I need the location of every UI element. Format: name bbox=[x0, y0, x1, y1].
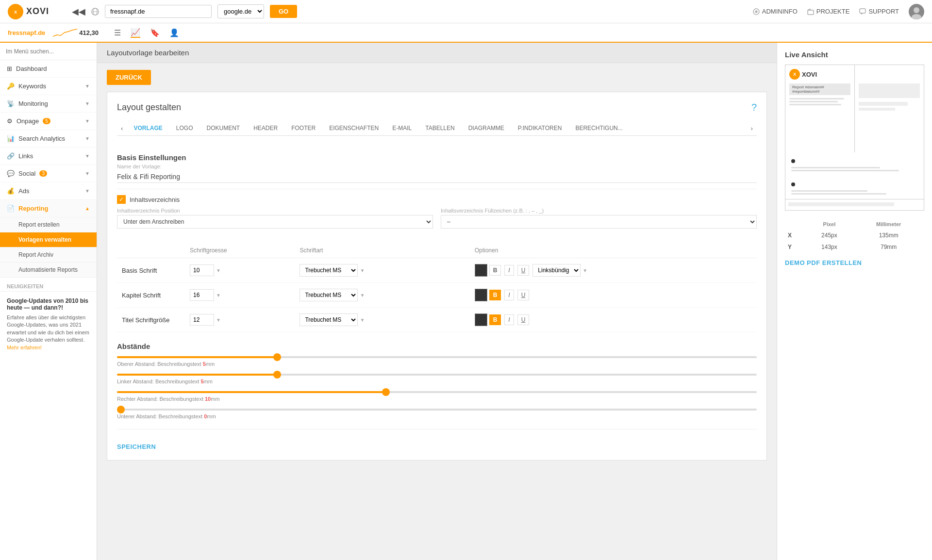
bold-btn-2[interactable]: B bbox=[489, 314, 501, 325]
underline-btn-1[interactable]: U bbox=[517, 290, 530, 300]
tabs-scroll-left[interactable]: ‹ bbox=[117, 123, 127, 134]
size-input-1[interactable] bbox=[190, 289, 214, 301]
family-arrow-0[interactable]: ▼ bbox=[360, 268, 365, 273]
dashboard-icon: ⊞ bbox=[7, 65, 12, 72]
sidebar-item-reporting[interactable]: 📄 Reporting ▲ bbox=[0, 200, 97, 217]
tab-vorlage[interactable]: VORLAGE bbox=[127, 121, 169, 135]
live-preview-logo-icon: X bbox=[789, 69, 800, 80]
sidebar-item-keywords[interactable]: 🔑 Keywords ▼ bbox=[0, 78, 97, 95]
save-button[interactable]: SPEICHERN bbox=[117, 443, 156, 450]
sidebar-sub-report-erstellen[interactable]: Report erstellen bbox=[0, 217, 97, 232]
sidebar-item-ads[interactable]: 💰 Ads ▼ bbox=[0, 182, 97, 200]
tab-tabellen[interactable]: TABELLEN bbox=[418, 121, 461, 135]
bold-btn-0[interactable]: B bbox=[489, 265, 501, 276]
collapse-button[interactable]: ◀◀ bbox=[72, 6, 85, 17]
family-select-0[interactable]: Trebuchet MS bbox=[300, 264, 358, 277]
color-swatch-2[interactable] bbox=[475, 313, 487, 326]
font-table: Schriftgroesse Schriftart Optionen Basis… bbox=[117, 243, 757, 332]
toc-options-row: Inhaltsverzeichnis Position Unter dem An… bbox=[117, 208, 757, 229]
support-link[interactable]: SUPPORT bbox=[859, 8, 899, 15]
page-header: Layoutvorlage bearbeiten bbox=[97, 43, 777, 63]
slider-track-unten bbox=[117, 409, 757, 411]
tab-eigenschaften[interactable]: EIGENSCHAFTEN bbox=[322, 121, 385, 135]
news-link[interactable]: Mehr erfahren! bbox=[7, 345, 42, 350]
users-icon-button[interactable]: 👤 bbox=[169, 28, 179, 38]
domain-input[interactable] bbox=[105, 5, 212, 18]
toc-fill-select[interactable]: – bbox=[441, 215, 757, 229]
back-button[interactable]: ZURÜCK bbox=[107, 70, 151, 85]
user-avatar[interactable] bbox=[909, 4, 924, 19]
family-arrow-1[interactable]: ▼ bbox=[360, 293, 365, 298]
row-size-1: ▼ bbox=[185, 283, 295, 308]
slider-thumb-links[interactable] bbox=[273, 371, 281, 379]
align-select-0[interactable]: Linksbündig bbox=[533, 264, 581, 277]
col-optionen: Optionen bbox=[470, 243, 757, 258]
sidebar-item-social[interactable]: 💬 Social 3 ▼ bbox=[0, 165, 97, 182]
size-arrow-1[interactable]: ▼ bbox=[216, 293, 221, 298]
live-preview-report-text: Report #domain## #reportdatum## bbox=[789, 83, 850, 95]
news-headline: Google-Updates von 2010 bis heute — und … bbox=[7, 297, 90, 311]
go-button[interactable]: GO bbox=[270, 5, 297, 18]
slider-thumb-oben[interactable] bbox=[273, 353, 281, 361]
italic-btn-2[interactable]: I bbox=[504, 314, 514, 325]
color-swatch-1[interactable] bbox=[475, 289, 487, 301]
tab-footer[interactable]: FOOTER bbox=[284, 121, 322, 135]
underline-btn-2[interactable]: U bbox=[517, 314, 530, 325]
svg-point-6 bbox=[755, 10, 757, 13]
bookmark-icon-button[interactable]: 🔖 bbox=[150, 28, 160, 38]
tab-pindikatoren[interactable]: P.INDIKATOREN bbox=[511, 121, 569, 135]
italic-btn-1[interactable]: I bbox=[504, 290, 514, 300]
news-text: Erfahre alles über die wichtigsten Googl… bbox=[7, 314, 90, 351]
family-select-2[interactable]: Trebuchet MS bbox=[300, 313, 358, 326]
vorlage-name-input[interactable] bbox=[117, 171, 757, 183]
live-preview-bullet-row-1 bbox=[785, 152, 924, 176]
tab-header[interactable]: HEADER bbox=[247, 121, 284, 135]
sidebar-search-input[interactable] bbox=[6, 48, 91, 55]
slider-thumb-rechts[interactable] bbox=[382, 388, 390, 396]
family-arrow-2[interactable]: ▼ bbox=[360, 317, 365, 323]
help-icon[interactable]: ? bbox=[751, 102, 757, 113]
search-analytics-arrow: ▼ bbox=[85, 136, 90, 141]
size-arrow-2[interactable]: ▼ bbox=[216, 317, 221, 323]
sidebar-sub-automatisierte-reports[interactable]: Automatisierte Reports bbox=[0, 263, 97, 278]
toc-checkbox[interactable]: ✓ bbox=[117, 195, 126, 204]
tab-diagramme[interactable]: DIAGRAMME bbox=[462, 121, 511, 135]
topbar: X XOVI ◀◀ google.de GO ADMININFO PROJEKT… bbox=[0, 0, 932, 23]
sidebar-item-monitoring[interactable]: 📡 Monitoring ▼ bbox=[0, 95, 97, 113]
slider-unten: Unterer Abstand: Beschreibungstext 0mm bbox=[117, 409, 757, 419]
align-arrow-0[interactable]: ▼ bbox=[582, 268, 587, 273]
sidebar-sub-vorlagen-verwalten[interactable]: Vorlagen verwalten bbox=[0, 232, 97, 247]
size-input-0[interactable] bbox=[190, 264, 214, 276]
sidebar-sub-report-archiv[interactable]: Report Archiv bbox=[0, 247, 97, 263]
slider-label-rechts: Rechter Abstand: Beschreibungstext 10mm bbox=[117, 396, 757, 402]
toc-position-select[interactable]: Unter dem Anschreiben bbox=[117, 215, 433, 229]
size-arrow-0[interactable]: ▼ bbox=[216, 268, 221, 273]
row-options-0: B I U Linksbündig ▼ bbox=[470, 258, 757, 283]
underline-btn-0[interactable]: U bbox=[517, 265, 530, 276]
bold-btn-1[interactable]: B bbox=[489, 290, 501, 300]
family-select-1[interactable]: Trebuchet MS bbox=[300, 289, 358, 301]
main-content: Layoutvorlage bearbeiten ZURÜCK Layout g… bbox=[97, 43, 777, 560]
projekte-link[interactable]: PROJEKTE bbox=[807, 8, 850, 15]
sidebar-item-search-analytics[interactable]: 📊 Search Analytics ▼ bbox=[0, 130, 97, 148]
tab-dokument[interactable]: DOKUMENT bbox=[200, 121, 247, 135]
demo-pdf-button[interactable]: DEMO PDF ERSTELLEN bbox=[785, 259, 862, 266]
tab-logo[interactable]: LOGO bbox=[169, 121, 200, 135]
tab-email[interactable]: E-MAIL bbox=[385, 121, 418, 135]
coords-axis-x: X bbox=[786, 230, 804, 241]
reporting-icon: 📄 bbox=[7, 205, 15, 212]
color-swatch-0[interactable] bbox=[475, 264, 487, 277]
italic-btn-0[interactable]: I bbox=[504, 265, 514, 276]
tab-berechtigung[interactable]: BERECHTIGUN... bbox=[568, 121, 629, 135]
search-engine-select[interactable]: google.de bbox=[217, 4, 264, 18]
sidebar-item-dashboard[interactable]: ⊞ Dashboard bbox=[0, 60, 97, 78]
sidebar-item-onpage[interactable]: ⚙ Onpage 5 ▼ bbox=[0, 113, 97, 130]
slider-thumb-unten[interactable] bbox=[117, 406, 125, 413]
logo-text: XOVI bbox=[26, 6, 49, 16]
tabs-scroll-right[interactable]: › bbox=[747, 123, 757, 134]
admininfo-link[interactable]: ADMININFO bbox=[753, 8, 798, 15]
sidebar-item-links[interactable]: 🔗 Links ▼ bbox=[0, 148, 97, 165]
menu-icon-button[interactable]: ☰ bbox=[114, 28, 121, 38]
chart-icon-button[interactable]: 📈 bbox=[131, 28, 140, 38]
size-input-2[interactable] bbox=[190, 314, 214, 326]
